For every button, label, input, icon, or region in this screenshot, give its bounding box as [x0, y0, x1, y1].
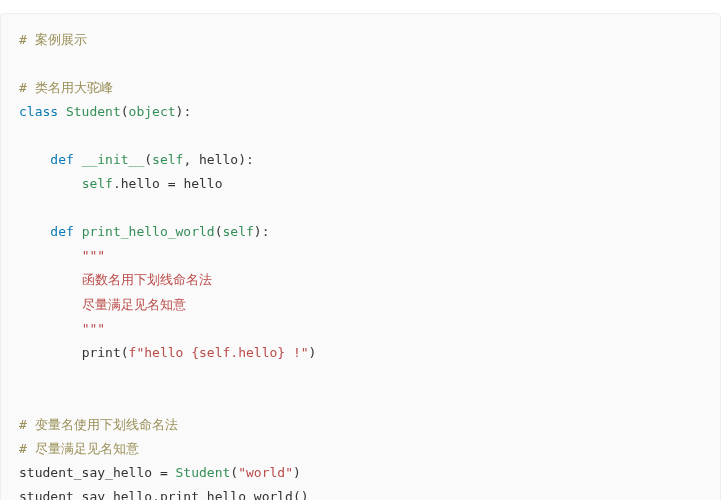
- call-method: print_hello_world: [160, 489, 293, 500]
- param-self: self: [223, 224, 254, 239]
- keyword-def: def: [50, 152, 73, 167]
- self-ref: self: [82, 176, 113, 191]
- param-self: self: [152, 152, 183, 167]
- class-name: Student: [66, 104, 121, 119]
- arg-world: "world": [238, 465, 293, 480]
- call-obj: student_say_hello: [19, 489, 152, 500]
- fstring: f"hello {self.hello} !": [129, 345, 309, 360]
- keyword-def: def: [50, 224, 73, 239]
- docstring-open: """: [82, 248, 105, 263]
- comment-readable: # 尽量满足见名知意: [19, 441, 139, 456]
- docstring-close: """: [82, 321, 105, 336]
- docstring-line1: 函数名用下划线命名法: [82, 272, 212, 287]
- ctor-student: Student: [176, 465, 231, 480]
- param-hello: hello: [199, 152, 238, 167]
- code-block: # 案例展示 # 类名用大驼峰 class Student(object): d…: [0, 13, 721, 500]
- comment-class-naming: # 类名用大驼峰: [19, 80, 113, 95]
- method-print-hello-world: print_hello_world: [82, 224, 215, 239]
- rhs-hello: hello: [183, 176, 222, 191]
- comment-title: # 案例展示: [19, 32, 87, 47]
- var-student-say-hello: student_say_hello: [19, 465, 152, 480]
- print-call: print: [82, 345, 121, 360]
- keyword-class: class: [19, 104, 58, 119]
- base-class: object: [129, 104, 176, 119]
- comment-var-naming: # 变量名使用下划线命名法: [19, 417, 178, 432]
- attr-hello: hello: [121, 176, 160, 191]
- method-init: __init__: [82, 152, 145, 167]
- docstring-line2: 尽量满足见名知意: [82, 297, 186, 312]
